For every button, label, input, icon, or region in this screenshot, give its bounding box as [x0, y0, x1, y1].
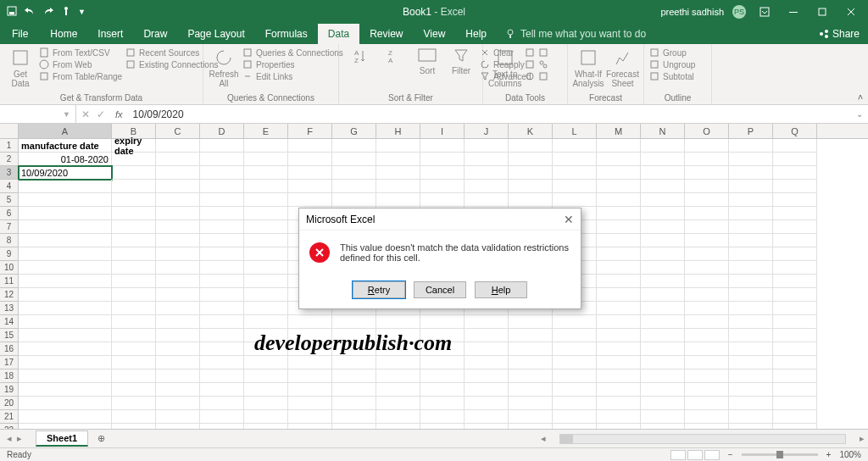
- cell[interactable]: [509, 139, 553, 153]
- cell[interactable]: [597, 315, 641, 329]
- cell[interactable]: [288, 139, 332, 153]
- cell[interactable]: [641, 247, 685, 261]
- cell[interactable]: [773, 234, 817, 247]
- cell[interactable]: [509, 193, 553, 207]
- cell[interactable]: [376, 166, 420, 180]
- cell[interactable]: [244, 261, 288, 275]
- cell[interactable]: [553, 369, 597, 383]
- cell[interactable]: [509, 166, 553, 180]
- qat-dropdown-icon[interactable]: ▼: [78, 8, 86, 16]
- cell[interactable]: [729, 193, 773, 207]
- cell[interactable]: [773, 383, 817, 397]
- cell[interactable]: [156, 166, 200, 180]
- forecast-sheet-button[interactable]: Forecast Sheet: [607, 47, 638, 88]
- row-header[interactable]: 7: [0, 220, 19, 234]
- cell[interactable]: [773, 315, 817, 329]
- cell[interactable]: [729, 139, 773, 153]
- cell[interactable]: [200, 139, 244, 153]
- cell[interactable]: [553, 410, 597, 424]
- column-header[interactable]: Q: [773, 124, 817, 138]
- column-header[interactable]: K: [509, 124, 553, 138]
- tab-home[interactable]: Home: [40, 24, 87, 44]
- cell[interactable]: [729, 329, 773, 342]
- tab-review[interactable]: Review: [359, 24, 413, 44]
- cell[interactable]: [641, 180, 685, 193]
- cell[interactable]: [19, 383, 112, 397]
- cell[interactable]: [729, 220, 773, 234]
- cell[interactable]: [376, 383, 420, 397]
- retry-button[interactable]: Retry: [353, 281, 405, 298]
- cell[interactable]: [244, 356, 288, 369]
- cell[interactable]: [597, 302, 641, 315]
- cell[interactable]: [112, 275, 156, 288]
- cell[interactable]: [685, 153, 729, 166]
- data-validation-icon[interactable]: [525, 71, 535, 81]
- cancel-formula-icon[interactable]: ✕: [81, 108, 90, 120]
- column-header[interactable]: J: [465, 124, 509, 138]
- cell[interactable]: [156, 383, 200, 397]
- cell[interactable]: [509, 383, 553, 397]
- row-header[interactable]: 2: [0, 153, 19, 166]
- cell[interactable]: [729, 166, 773, 180]
- cell[interactable]: [112, 356, 156, 369]
- column-header[interactable]: P: [729, 124, 773, 138]
- flash-fill-icon[interactable]: [525, 47, 535, 58]
- column-header[interactable]: G: [332, 124, 376, 138]
- cell[interactable]: [597, 275, 641, 288]
- cell[interactable]: [465, 329, 509, 342]
- save-icon[interactable]: [7, 6, 17, 18]
- zoom-slider[interactable]: [742, 453, 818, 456]
- cell[interactable]: [112, 397, 156, 410]
- cell[interactable]: [729, 383, 773, 397]
- column-header[interactable]: A: [19, 124, 112, 138]
- refresh-all-button[interactable]: Refresh All: [209, 47, 239, 88]
- cell[interactable]: [773, 329, 817, 342]
- text-to-columns-button[interactable]: Text to Columns: [488, 47, 521, 88]
- cell[interactable]: [641, 261, 685, 275]
- cell[interactable]: [685, 234, 729, 247]
- cell[interactable]: [19, 410, 112, 424]
- cell[interactable]: [376, 397, 420, 410]
- cell[interactable]: [641, 234, 685, 247]
- cell[interactable]: [597, 247, 641, 261]
- cell[interactable]: [376, 193, 420, 207]
- cell[interactable]: [332, 139, 376, 153]
- cell[interactable]: [156, 329, 200, 342]
- user-name[interactable]: preethi sadhish: [660, 7, 724, 17]
- cell[interactable]: [597, 261, 641, 275]
- cell[interactable]: [288, 383, 332, 397]
- cell[interactable]: [597, 153, 641, 166]
- tab-nav-prev-icon[interactable]: ◂: [7, 433, 12, 444]
- cell[interactable]: [729, 153, 773, 166]
- cell[interactable]: [553, 139, 597, 153]
- cell[interactable]: [244, 153, 288, 166]
- column-header[interactable]: D: [200, 124, 244, 138]
- cell[interactable]: [244, 383, 288, 397]
- zoom-out-icon[interactable]: −: [728, 450, 733, 459]
- cell[interactable]: [200, 234, 244, 247]
- cell[interactable]: [465, 342, 509, 356]
- cell[interactable]: [244, 410, 288, 424]
- cell[interactable]: [597, 139, 641, 153]
- cell[interactable]: [641, 342, 685, 356]
- cell[interactable]: [112, 342, 156, 356]
- cell[interactable]: [244, 397, 288, 410]
- cell[interactable]: [156, 234, 200, 247]
- cell[interactable]: [19, 288, 112, 302]
- cell[interactable]: [200, 315, 244, 329]
- row-header[interactable]: 19: [0, 383, 19, 397]
- cell[interactable]: [200, 220, 244, 234]
- column-header[interactable]: M: [597, 124, 641, 138]
- cell[interactable]: [773, 288, 817, 302]
- cell[interactable]: [200, 302, 244, 315]
- cancel-button[interactable]: Cancel: [414, 281, 466, 298]
- cell[interactable]: [773, 207, 817, 220]
- cell[interactable]: [597, 329, 641, 342]
- cell[interactable]: [376, 410, 420, 424]
- cell[interactable]: [773, 180, 817, 193]
- remove-duplicates-icon[interactable]: [525, 59, 535, 69]
- cell[interactable]: [509, 356, 553, 369]
- cell[interactable]: [112, 315, 156, 329]
- cell[interactable]: [641, 383, 685, 397]
- help-button[interactable]: Help: [475, 281, 527, 298]
